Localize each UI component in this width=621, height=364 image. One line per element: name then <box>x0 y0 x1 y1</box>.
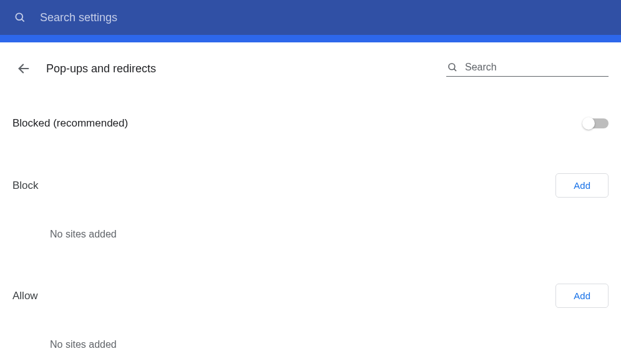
allow-section: Allow Add No sites added <box>12 284 609 350</box>
svg-line-4 <box>454 69 456 71</box>
search-icon <box>12 10 27 25</box>
allow-empty-text: No sites added <box>12 339 609 350</box>
svg-point-0 <box>16 13 22 20</box>
top-search-input[interactable] <box>40 11 609 24</box>
page-title: Pop-ups and redirects <box>46 62 156 75</box>
svg-point-3 <box>449 64 455 70</box>
search-icon <box>446 61 459 74</box>
page-search-input[interactable] <box>465 62 609 73</box>
back-button[interactable] <box>12 57 35 80</box>
page-header: Pop-ups and redirects <box>12 57 609 80</box>
block-empty-text: No sites added <box>12 229 609 240</box>
page-search-field[interactable] <box>446 61 609 77</box>
block-section-title: Block <box>12 180 39 192</box>
blocked-toggle[interactable] <box>584 118 609 128</box>
top-search-bar <box>0 0 621 35</box>
block-section: Block Add No sites added <box>12 173 609 240</box>
allow-add-button[interactable]: Add <box>555 284 609 308</box>
blocked-toggle-row: Blocked (recommended) <box>12 117 609 130</box>
block-add-button[interactable]: Add <box>555 173 609 198</box>
blocked-toggle-label: Blocked (recommended) <box>12 117 128 130</box>
toggle-knob <box>582 117 595 130</box>
svg-line-1 <box>22 19 24 22</box>
accent-stripe <box>0 35 621 42</box>
allow-section-title: Allow <box>12 290 38 302</box>
